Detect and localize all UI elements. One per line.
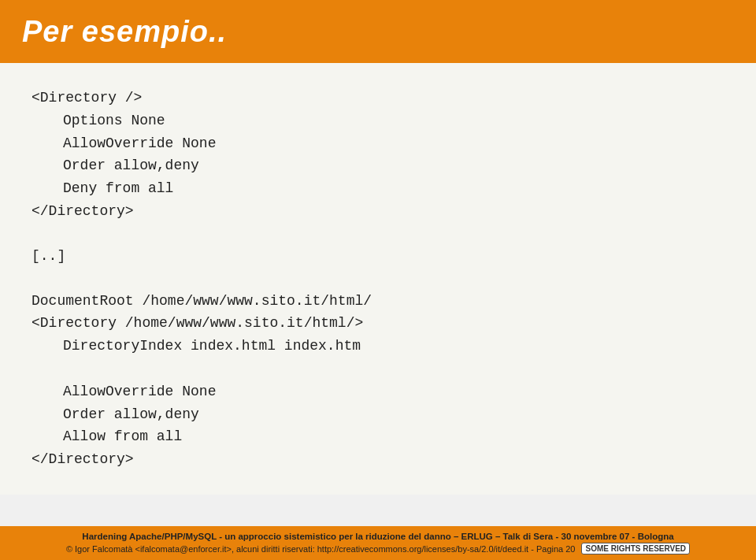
code-line: </Directory>	[32, 200, 724, 223]
code-line: <Directory /home/www/www.sito.it/html/>	[32, 312, 724, 335]
code-line: Order allow,deny	[32, 403, 724, 426]
separator	[32, 231, 724, 245]
code-line: Order allow,deny	[32, 154, 724, 177]
footer-copyright: © Igor Falcomatà <ifalcomata@enforcer.it…	[66, 544, 576, 554]
page-title: Per esempio..	[22, 15, 227, 49]
code-line: AllowOverride None	[32, 132, 724, 155]
code-line: Options None	[32, 109, 724, 132]
code-line: Allow from all	[32, 425, 724, 448]
code-line: DirectoryIndex index.html index.htm	[32, 335, 724, 358]
code-line: </Directory>	[32, 448, 724, 471]
footer: Hardening Apache/PHP/MySQL - un approcci…	[0, 526, 756, 560]
cc-badge: SOME RIGHTS RESERVED	[581, 543, 690, 554]
code-line: DocumentRoot /home/www/www.sito.it/html/	[32, 290, 724, 313]
code-line: Deny from all	[32, 177, 724, 200]
header-banner: Per esempio..	[0, 0, 756, 63]
main-content: <Directory /> Options None AllowOverride…	[0, 63, 756, 495]
code-block-2: DocumentRoot /home/www/www.sito.it/html/…	[32, 290, 724, 471]
footer-line2: © Igor Falcomatà <ifalcomata@enforcer.it…	[11, 543, 745, 554]
code-line	[32, 358, 724, 380]
code-line: <Directory />	[32, 87, 724, 109]
code-block-1: <Directory /> Options None AllowOverride…	[32, 87, 724, 223]
footer-line1: Hardening Apache/PHP/MySQL - un approcci…	[11, 532, 745, 541]
code-line: AllowOverride None	[32, 380, 724, 403]
separator	[32, 276, 724, 290]
code-line: [..]	[32, 245, 724, 268]
code-separator-label: [..]	[32, 245, 724, 268]
